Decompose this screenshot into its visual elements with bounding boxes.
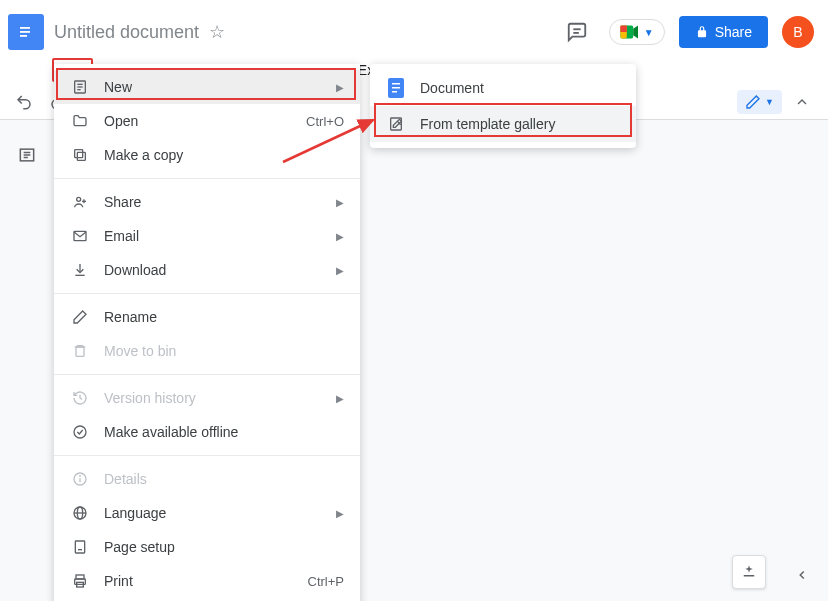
menu-item-language[interactable]: Language▶ bbox=[54, 496, 360, 530]
submenu-item-from-template-gallery[interactable]: From template gallery bbox=[370, 106, 636, 142]
menu-item-label: Download bbox=[104, 262, 336, 278]
undo-button[interactable] bbox=[10, 88, 38, 116]
print-icon bbox=[70, 573, 90, 589]
menu-item-label: Print bbox=[104, 573, 308, 589]
menu-item-label: Page setup bbox=[104, 539, 344, 555]
menu-item-new[interactable]: New▶ bbox=[54, 70, 360, 104]
copy-icon bbox=[70, 147, 90, 163]
svg-rect-41 bbox=[392, 87, 400, 89]
document-title[interactable]: Untitled document bbox=[54, 22, 199, 43]
editing-mode-button[interactable]: ▼ bbox=[737, 90, 782, 114]
chevron-down-icon: ▼ bbox=[765, 97, 774, 107]
chevron-down-icon: ▼ bbox=[644, 27, 654, 38]
menu-item-page-setup[interactable]: Page setup bbox=[54, 530, 360, 564]
menu-item-label: Make a copy bbox=[104, 147, 344, 163]
menu-item-rename[interactable]: Rename bbox=[54, 300, 360, 334]
template-icon bbox=[386, 116, 406, 132]
menu-separator bbox=[54, 374, 360, 375]
menu-item-label: Language bbox=[104, 505, 336, 521]
submenu-item-label: Document bbox=[420, 80, 620, 96]
svg-rect-18 bbox=[77, 152, 85, 160]
submenu-arrow-icon: ▶ bbox=[336, 82, 344, 93]
page-setup-icon bbox=[70, 539, 90, 555]
explore-button[interactable] bbox=[732, 555, 766, 589]
menu-item-version-history: Version history▶ bbox=[54, 381, 360, 415]
info-icon bbox=[70, 471, 90, 487]
menu-item-details: Details bbox=[54, 462, 360, 496]
folder-icon bbox=[70, 113, 90, 129]
person-add-icon bbox=[70, 194, 90, 210]
share-label: Share bbox=[715, 24, 752, 40]
submenu-arrow-icon: ▶ bbox=[336, 231, 344, 242]
menu-item-label: Open bbox=[104, 113, 306, 129]
offline-icon bbox=[70, 424, 90, 440]
meet-icon bbox=[620, 24, 640, 40]
svg-marker-8 bbox=[633, 26, 638, 39]
submenu-arrow-icon: ▶ bbox=[336, 508, 344, 519]
svg-rect-1 bbox=[20, 31, 30, 33]
outline-button[interactable] bbox=[12, 140, 42, 170]
side-panel-toggle[interactable] bbox=[790, 563, 814, 587]
header: Untitled document ☆ ▼ Share B bbox=[0, 0, 828, 56]
menu-item-label: Email bbox=[104, 228, 336, 244]
svg-rect-2 bbox=[20, 35, 27, 37]
menu-shortcut: Ctrl+P bbox=[308, 574, 344, 589]
menu-shortcut: Ctrl+O bbox=[306, 114, 344, 129]
svg-point-27 bbox=[74, 426, 86, 438]
menu-item-move-to-bin: Move to bin bbox=[54, 334, 360, 368]
avatar[interactable]: B bbox=[782, 16, 814, 48]
menu-item-open[interactable]: OpenCtrl+O bbox=[54, 104, 360, 138]
menu-separator bbox=[54, 178, 360, 179]
lock-icon bbox=[695, 25, 709, 39]
menu-item-make-a-copy[interactable]: Make a copy bbox=[54, 138, 360, 172]
menu-item-label: Make available offline bbox=[104, 424, 344, 440]
submenu-arrow-icon: ▶ bbox=[336, 393, 344, 404]
new-submenu: DocumentFrom template gallery bbox=[370, 64, 636, 148]
submenu-item-document[interactable]: Document bbox=[370, 70, 636, 106]
svg-rect-13 bbox=[744, 575, 755, 577]
menu-item-share[interactable]: Share▶ bbox=[54, 185, 360, 219]
menu-item-label: Move to bin bbox=[104, 343, 344, 359]
svg-rect-42 bbox=[392, 91, 397, 93]
menu-item-download[interactable]: Download▶ bbox=[54, 253, 360, 287]
menu-item-label: New bbox=[104, 79, 336, 95]
trash-icon bbox=[70, 343, 90, 359]
meet-button[interactable]: ▼ bbox=[609, 19, 665, 45]
star-icon[interactable]: ☆ bbox=[209, 21, 225, 43]
menu-item-label: Version history bbox=[104, 390, 336, 406]
download-icon bbox=[70, 262, 90, 278]
svg-point-30 bbox=[80, 476, 81, 477]
svg-rect-40 bbox=[392, 83, 400, 85]
menu-item-email[interactable]: Email▶ bbox=[54, 219, 360, 253]
rename-icon bbox=[70, 309, 90, 325]
menu-item-label: Share bbox=[104, 194, 336, 210]
menu-separator bbox=[54, 455, 360, 456]
submenu-arrow-icon: ▶ bbox=[336, 197, 344, 208]
mail-icon bbox=[70, 228, 90, 244]
menu-item-make-available-offline[interactable]: Make available offline bbox=[54, 415, 360, 449]
expand-up-button[interactable] bbox=[788, 88, 816, 116]
globe-icon bbox=[70, 505, 90, 521]
file-menu-dropdown: New▶OpenCtrl+OMake a copyShare▶Email▶Dow… bbox=[54, 64, 360, 601]
svg-point-20 bbox=[77, 197, 81, 201]
svg-rect-19 bbox=[75, 150, 83, 158]
submenu-arrow-icon: ▶ bbox=[336, 265, 344, 276]
comments-button[interactable] bbox=[559, 14, 595, 50]
svg-rect-26 bbox=[76, 347, 84, 356]
svg-rect-0 bbox=[20, 27, 30, 29]
menu-item-label: Rename bbox=[104, 309, 344, 325]
menu-item-label: Details bbox=[104, 471, 344, 487]
doc-icon bbox=[70, 79, 90, 95]
svg-rect-7 bbox=[620, 26, 626, 32]
svg-rect-34 bbox=[75, 541, 84, 553]
menu-item-print[interactable]: PrintCtrl+P bbox=[54, 564, 360, 598]
menu-separator bbox=[54, 293, 360, 294]
pencil-icon bbox=[745, 94, 761, 110]
submenu-item-label: From template gallery bbox=[420, 116, 620, 132]
history-icon bbox=[70, 390, 90, 406]
docs-logo[interactable] bbox=[8, 14, 44, 50]
blue-doc-icon bbox=[386, 78, 406, 98]
share-button[interactable]: Share bbox=[679, 16, 768, 48]
